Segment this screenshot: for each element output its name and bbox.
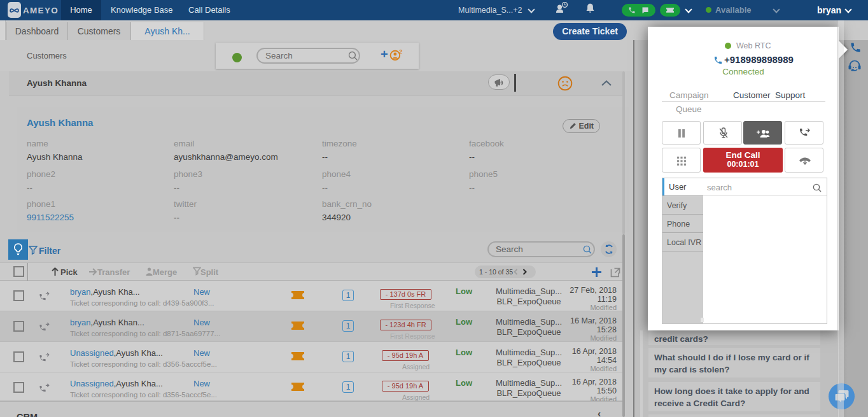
svg-text:2: 2 bbox=[399, 49, 402, 55]
